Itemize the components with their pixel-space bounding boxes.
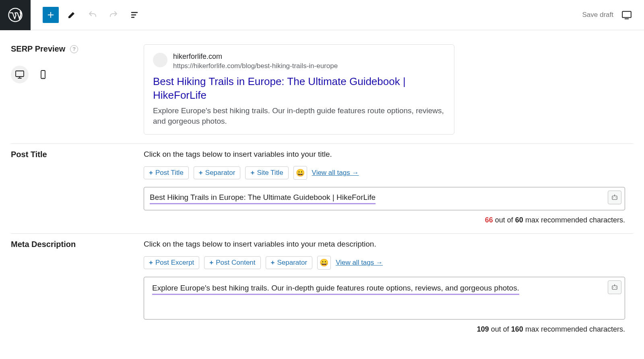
toolbar-right: Save draft	[582, 10, 644, 20]
ai-suggest-button[interactable]	[608, 191, 621, 204]
wordpress-icon	[8, 8, 23, 22]
meta-description-input[interactable]: Explore Europe's best hiking trails. Our…	[144, 277, 625, 320]
save-draft-button[interactable]: Save draft	[582, 11, 614, 19]
emoji-button-meta[interactable]: 😀	[317, 256, 331, 270]
svg-rect-5	[612, 196, 617, 200]
edit-tool-button[interactable]	[64, 7, 80, 23]
meta-description-counter: 109 out of 160 max recommended character…	[144, 325, 625, 334]
svg-rect-1	[622, 11, 631, 17]
tag-post-title[interactable]: +Post Title	[144, 166, 189, 179]
meta-description-section: Meta Description Click on the tags below…	[11, 234, 633, 342]
view-all-tags-link-meta[interactable]: View all tags →	[336, 259, 383, 267]
serp-description: Explore Europe's best hiking trails. Our…	[153, 106, 445, 126]
outline-icon	[130, 10, 139, 20]
undo-icon	[88, 10, 97, 20]
post-title-section: Post Title Click on the tags below to in…	[11, 144, 633, 234]
device-toggle	[11, 66, 144, 83]
meta-description-instruction: Click on the tags below to insert variab…	[144, 240, 625, 249]
plus-icon	[46, 10, 55, 19]
wordpress-logo[interactable]	[0, 0, 31, 30]
post-title-instruction: Click on the tags below to insert variab…	[144, 150, 625, 159]
serp-favicon	[153, 53, 167, 67]
robot-icon	[611, 284, 619, 291]
redo-button[interactable]	[105, 7, 122, 23]
view-all-tags-link[interactable]: View all tags →	[312, 169, 359, 177]
tag-post-excerpt[interactable]: +Post Excerpt	[144, 256, 199, 269]
add-block-button[interactable]	[43, 7, 59, 23]
top-toolbar: Save draft	[0, 0, 644, 30]
post-title-label: Post Title	[11, 150, 144, 159]
device-preview-icon	[621, 10, 632, 20]
emoji-button[interactable]: 😀	[293, 166, 307, 180]
serp-preview-section: SERP Preview ? hikerforlife.com https://…	[11, 38, 633, 144]
document-outline-button[interactable]	[126, 7, 142, 23]
mobile-icon	[38, 70, 48, 79]
tag-separator[interactable]: +Separator	[194, 166, 241, 179]
serp-domain: hikerforlife.com	[173, 52, 338, 61]
svg-point-0	[9, 8, 22, 22]
serp-title: Best Hiking Trails in Europe: The Ultima…	[153, 75, 445, 102]
meta-description-tag-row: +Post Excerpt +Post Content +Separator 😀…	[144, 256, 625, 270]
tag-separator-meta[interactable]: +Separator	[266, 256, 313, 269]
pencil-icon	[67, 10, 76, 20]
desktop-preview-button[interactable]	[11, 66, 29, 83]
post-title-tag-row: +Post Title +Separator +Site Title 😀 Vie…	[144, 166, 625, 180]
meta-description-label: Meta Description	[11, 240, 144, 249]
svg-rect-2	[16, 71, 24, 77]
mobile-preview-button[interactable]	[34, 66, 52, 83]
redo-icon	[109, 10, 118, 20]
svg-rect-6	[612, 286, 617, 290]
serp-section-label: SERP Preview ?	[11, 44, 144, 54]
post-title-counter: 66 out of 60 max recommended characters.	[144, 216, 625, 224]
undo-button[interactable]	[85, 7, 101, 23]
ai-suggest-button-meta[interactable]	[608, 280, 621, 294]
serp-url: https://hikerforlife.com/blog/best-hikin…	[173, 62, 338, 70]
toolbar-left	[31, 7, 142, 23]
meta-description-value: Explore Europe's best hiking trails. Our…	[152, 284, 519, 295]
post-title-input[interactable]: Best Hiking Trails in Europe: The Ultima…	[144, 187, 625, 210]
svg-point-4	[43, 77, 43, 78]
desktop-icon	[15, 70, 25, 79]
main-content: SERP Preview ? hikerforlife.com https://…	[0, 30, 644, 342]
tag-site-title[interactable]: +Site Title	[245, 166, 288, 179]
robot-icon	[611, 194, 619, 201]
serp-preview-box: hikerforlife.com https://hikerforlife.co…	[144, 44, 454, 135]
help-icon[interactable]: ?	[70, 45, 78, 53]
preview-button[interactable]	[621, 10, 632, 20]
post-title-value: Best Hiking Trails in Europe: The Ultima…	[150, 193, 376, 204]
tag-post-content[interactable]: +Post Content	[204, 256, 260, 269]
